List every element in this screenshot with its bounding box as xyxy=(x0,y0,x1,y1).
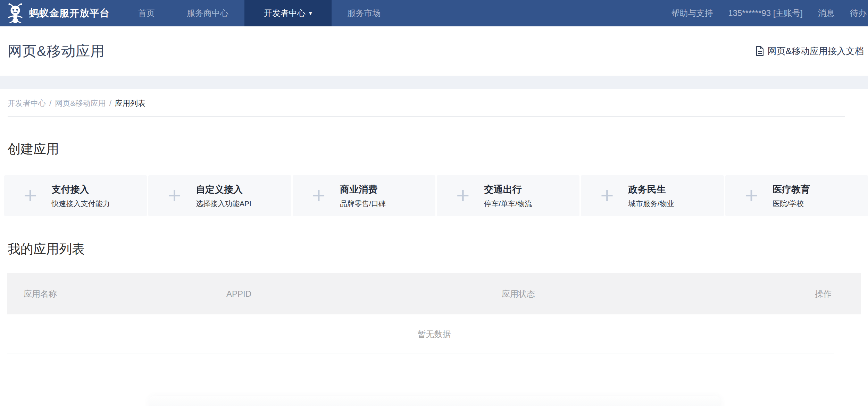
card-text: 自定义接入选择接入功能API xyxy=(196,183,251,209)
create-cards-row: +支付接入快速接入支付能力+自定义接入选择接入功能API+商业消费品牌零售/口碑… xyxy=(4,175,868,216)
create-card-3[interactable]: +交通出行停车/单车/物流 xyxy=(437,175,579,216)
plus-icon: + xyxy=(168,185,181,206)
app-table-empty-row: 暂无数据 xyxy=(7,314,861,354)
card-title: 医疗教育 xyxy=(773,183,810,196)
top-navbar: 蚂蚁金服开放平台 首页服务商中心开发者中心▾服务市场 帮助与支持135*****… xyxy=(0,0,868,26)
column-header-1: APPID xyxy=(226,273,251,314)
create-card-5[interactable]: +医疗教育医院/学校 xyxy=(725,175,868,216)
card-title: 商业消费 xyxy=(340,183,386,196)
doc-link-label: 网页&移动应用接入文档 xyxy=(768,45,864,57)
bottom-panel-edge xyxy=(149,396,720,406)
page-title: 网页&移动应用 xyxy=(8,42,105,61)
breadcrumb-separator: / xyxy=(109,99,111,108)
table-bottom-divider xyxy=(7,354,834,354)
card-title: 支付接入 xyxy=(52,183,110,196)
card-text: 商业消费品牌零售/口碑 xyxy=(340,183,386,209)
nav-item-label: 服务市场 xyxy=(348,8,381,19)
create-card-2[interactable]: +商业消费品牌零售/口碑 xyxy=(293,175,435,216)
card-title: 交通出行 xyxy=(484,183,532,196)
empty-state-text: 暂无数据 xyxy=(418,329,451,340)
card-subtitle: 停车/单车/物流 xyxy=(484,199,532,209)
nav-item-1[interactable]: 服务商中心 xyxy=(171,0,244,26)
nav-item-label: 服务商中心 xyxy=(187,8,228,19)
create-card-4[interactable]: +政务民生城市服务/物业 xyxy=(581,175,724,216)
app-list-title: 我的应用列表 xyxy=(8,240,868,258)
doc-link[interactable]: 网页&移动应用接入文档 xyxy=(756,45,864,57)
breadcrumb-divider xyxy=(8,116,845,117)
card-title: 政务民生 xyxy=(628,183,674,196)
todo-link[interactable]: 待办 xyxy=(850,8,867,19)
chevron-down-icon: ▾ xyxy=(309,10,312,16)
breadcrumb-separator: / xyxy=(49,99,51,108)
card-subtitle: 选择接入功能API xyxy=(196,199,251,209)
plus-icon: + xyxy=(600,185,614,206)
column-header-2: 应用状态 xyxy=(502,273,535,314)
plus-icon: + xyxy=(312,185,326,206)
breadcrumb: 开发者中心/网页&移动应用/应用列表 xyxy=(0,89,868,109)
breadcrumb-item-2: 应用列表 xyxy=(115,99,145,108)
card-text: 支付接入快速接入支付能力 xyxy=(52,183,110,209)
card-subtitle: 城市服务/物业 xyxy=(628,199,674,209)
card-text: 交通出行停车/单车/物流 xyxy=(484,183,532,209)
card-subtitle: 快速接入支付能力 xyxy=(52,199,110,209)
page: 蚂蚁金服开放平台 首页服务商中心开发者中心▾服务市场 帮助与支持135*****… xyxy=(0,0,868,406)
plus-icon: + xyxy=(24,185,37,206)
document-icon xyxy=(756,46,764,56)
breadcrumb-item-0[interactable]: 开发者中心 xyxy=(8,99,46,108)
help-support-link[interactable]: 帮助与支持 xyxy=(671,8,713,19)
navbar-right-menu: 帮助与支持135******93 [主账号]消息待办 xyxy=(671,0,868,26)
column-header-3: 操作 xyxy=(815,273,832,314)
header-divider-band xyxy=(0,76,868,89)
nav-item-label: 开发者中心 xyxy=(264,8,306,19)
card-text: 政务民生城市服务/物业 xyxy=(628,183,674,209)
app-table: 应用名称APPID应用状态操作 暂无数据 xyxy=(7,273,861,354)
plus-icon: + xyxy=(456,185,470,206)
page-header: 网页&移动应用 网页&移动应用接入文档 xyxy=(0,26,868,76)
nav-item-2[interactable]: 开发者中心▾ xyxy=(244,0,332,26)
nav-item-3[interactable]: 服务市场 xyxy=(332,0,397,26)
messages-link[interactable]: 消息 xyxy=(818,8,835,19)
plus-icon: + xyxy=(745,185,758,206)
column-header-0: 应用名称 xyxy=(24,273,57,314)
app-table-header: 应用名称APPID应用状态操作 xyxy=(7,273,861,314)
create-card-0[interactable]: +支付接入快速接入支付能力 xyxy=(4,175,147,216)
breadcrumb-item-1[interactable]: 网页&移动应用 xyxy=(55,99,106,108)
brand[interactable]: 蚂蚁金服开放平台 xyxy=(0,0,122,26)
brand-title: 蚂蚁金服开放平台 xyxy=(29,7,110,20)
navbar-menu: 首页服务商中心开发者中心▾服务市场 xyxy=(122,0,397,26)
nav-item-label: 首页 xyxy=(138,8,155,19)
card-subtitle: 医院/学校 xyxy=(773,199,810,209)
ant-logo-icon xyxy=(6,3,24,23)
create-section-title: 创建应用 xyxy=(8,141,868,158)
account-label[interactable]: 135******93 [主账号] xyxy=(728,8,803,19)
card-subtitle: 品牌零售/口碑 xyxy=(340,199,386,209)
card-text: 医疗教育医院/学校 xyxy=(773,183,810,209)
create-card-1[interactable]: +自定义接入选择接入功能API xyxy=(148,175,291,216)
card-title: 自定义接入 xyxy=(196,183,251,196)
nav-item-0[interactable]: 首页 xyxy=(122,0,171,26)
